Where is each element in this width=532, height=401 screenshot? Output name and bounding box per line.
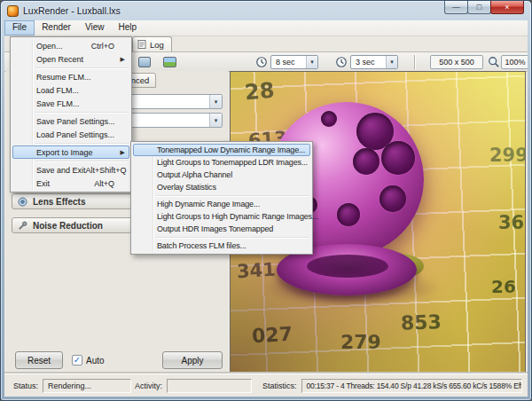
menu-item-label: Load FLM...	[36, 86, 79, 95]
menu-item-label: Batch Process FLM files...	[157, 241, 246, 250]
snapshot-button[interactable]	[160, 54, 178, 70]
log-icon	[137, 40, 146, 49]
chevron-down-icon[interactable]: ▾	[306, 56, 317, 68]
write-interval-combobox[interactable]: 3 sec ▾	[350, 55, 398, 69]
resolution-display: 500 x 500	[430, 55, 483, 69]
chevron-down-icon[interactable]: ▾	[386, 56, 397, 68]
statistics-label: Statistics:	[262, 381, 297, 390]
render-window-button[interactable]	[136, 54, 153, 70]
window-controls: — □ ×	[445, 1, 524, 14]
window-title: LuxRender - Luxball.lxs	[23, 5, 121, 16]
ticket-number: 341	[236, 259, 276, 282]
noise-reduction-label: Noise Reduction	[33, 221, 103, 231]
sphere-hole	[381, 141, 415, 175]
submenu-arrow-icon: ▶	[121, 149, 125, 156]
menu-item-batch-process-flm[interactable]: Batch Process FLM files...	[133, 240, 310, 252]
menu-item-label: Open Recent	[36, 55, 83, 64]
sphere-hole	[321, 111, 337, 127]
chevron-down-icon[interactable]: ▾	[209, 95, 222, 108]
menu-item-open-recent[interactable]: Open Recent ▶	[12, 52, 129, 66]
menu-item-output-alpha[interactable]: Output Alpha Channel	[133, 169, 310, 181]
toolbar-separator	[414, 55, 415, 69]
close-button[interactable]: ×	[490, 1, 524, 14]
menu-item-label: Save and Exit	[36, 166, 86, 175]
menu-item-overlay-statistics[interactable]: Overlay Statistics	[133, 181, 310, 193]
menu-render[interactable]: Render	[35, 20, 78, 35]
sphere-hole	[337, 203, 360, 226]
menu-file[interactable]: File	[4, 20, 35, 35]
lens-icon	[18, 197, 27, 207]
write-interval-value: 3 sec	[356, 58, 375, 67]
menu-item-exit[interactable]: Exit Alt+Q	[12, 177, 129, 190]
menu-item-lightgroups-hdr[interactable]: Light Groups to High Dynamic Range Image…	[133, 210, 310, 223]
menu-item-save-flm[interactable]: Save FLM...	[12, 97, 129, 110]
image-icon	[163, 57, 176, 67]
monitor-icon	[138, 57, 151, 67]
menu-item-save-and-exit[interactable]: Save and Exit Alt+Shift+Q	[12, 163, 129, 177]
menubar: File Render View Help	[4, 20, 528, 36]
zoom-icon[interactable]	[485, 54, 503, 70]
lens-effects-label: Lens Effects	[33, 197, 85, 207]
activity-value	[167, 379, 252, 393]
menu-item-label: Load Panel Settings...	[36, 130, 114, 139]
reset-button[interactable]: Reset	[15, 351, 63, 369]
app-window: LuxRender - Luxball.lxs — □ × File Rende…	[0, 0, 532, 401]
menu-item-resume-flm[interactable]: Resume FLM...	[12, 70, 129, 83]
app-icon	[7, 5, 19, 17]
menu-separator	[156, 195, 309, 196]
menu-item-label: Tonemapped Low Dynamic Range Image...	[157, 145, 305, 154]
export-to-image-submenu: Tonemapped Low Dynamic Range Image... Li…	[130, 141, 313, 255]
menu-item-label: Save FLM...	[36, 99, 80, 108]
zoom-level[interactable]: 100%	[501, 55, 528, 69]
menu-item-label: Overlay Statistics	[157, 183, 216, 192]
minimize-button[interactable]: —	[444, 1, 468, 14]
display-interval-combobox[interactable]: 8 sec ▾	[270, 55, 318, 69]
menu-item-shortcut: Ctrl+O	[91, 42, 114, 51]
menu-view[interactable]: View	[78, 20, 112, 35]
submenu-arrow-icon: ▶	[121, 56, 125, 63]
ball-stand-ring-hole	[307, 255, 388, 278]
menu-item-load-flm[interactable]: Load FLM...	[12, 83, 129, 97]
apply-button[interactable]: Apply	[162, 351, 223, 369]
file-menu: Open... Ctrl+O Open Recent ▶ Resume FLM.…	[10, 36, 132, 193]
menu-item-label: Resume FLM...	[36, 73, 91, 82]
chevron-down-icon[interactable]: ▾	[209, 114, 222, 127]
menu-item-output-hdr-tonemapped[interactable]: Output HDR Images Tonemapped	[133, 223, 310, 235]
menu-item-hdr-image[interactable]: High Dynamic Range Image...	[133, 198, 310, 210]
menu-item-save-panel-settings[interactable]: Save Panel Settings...	[12, 114, 129, 128]
ticket-number: 36	[498, 212, 524, 233]
menu-item-load-panel-settings[interactable]: Load Panel Settings...	[12, 128, 129, 141]
menu-separator	[35, 161, 129, 161]
menu-help[interactable]: Help	[111, 20, 144, 35]
menu-item-label: Export to Image	[36, 148, 93, 157]
menu-separator	[35, 112, 129, 113]
menu-item-label: Light Groups to Tonemapped LDR Images...	[157, 158, 308, 167]
activity-label: Activity:	[135, 381, 162, 390]
menu-item-lightgroups-ldr[interactable]: Light Groups to Tonemapped LDR Images...	[133, 156, 310, 169]
statusbar: Status: Rendering... Activity: Statistic…	[4, 373, 528, 397]
sphere-hole	[379, 185, 406, 212]
menu-item-tonemapped-ldr[interactable]: Tonemapped Low Dynamic Range Image...	[133, 144, 310, 156]
ticket-number: 027	[251, 323, 293, 347]
menu-separator	[35, 67, 129, 68]
auto-checkbox-row[interactable]: ✓ Auto	[72, 355, 105, 366]
status-value: Rendering...	[43, 379, 131, 393]
menu-item-shortcut: Alt+Q	[94, 179, 114, 188]
write-refresh-icon	[332, 54, 350, 70]
ticket-number: 279	[340, 331, 381, 353]
menu-item-label: Light Groups to High Dynamic Range Image…	[157, 212, 318, 221]
ticket-number: 299	[489, 145, 526, 166]
auto-checkbox-label: Auto	[86, 356, 105, 366]
menu-item-label: Output HDR Images Tonemapped	[157, 224, 273, 233]
statistics-value: 00:15:37 - 4 Threads: 154.40 S/p 41.28 k…	[301, 379, 522, 393]
auto-checkbox[interactable]: ✓	[72, 355, 82, 366]
ticket-number: 28	[244, 78, 276, 106]
menu-item-shortcut: Alt+Shift+Q	[86, 166, 127, 175]
tab-log[interactable]: Log	[132, 36, 172, 51]
tab-log-label: Log	[150, 40, 164, 50]
menu-item-export-to-image[interactable]: Export to Image ▶	[12, 145, 129, 159]
display-interval-value: 8 sec	[276, 58, 295, 67]
maximize-button[interactable]: □	[467, 1, 491, 14]
menu-item-label: Output Alpha Channel	[157, 170, 232, 179]
menu-item-open[interactable]: Open... Ctrl+O	[12, 39, 129, 52]
